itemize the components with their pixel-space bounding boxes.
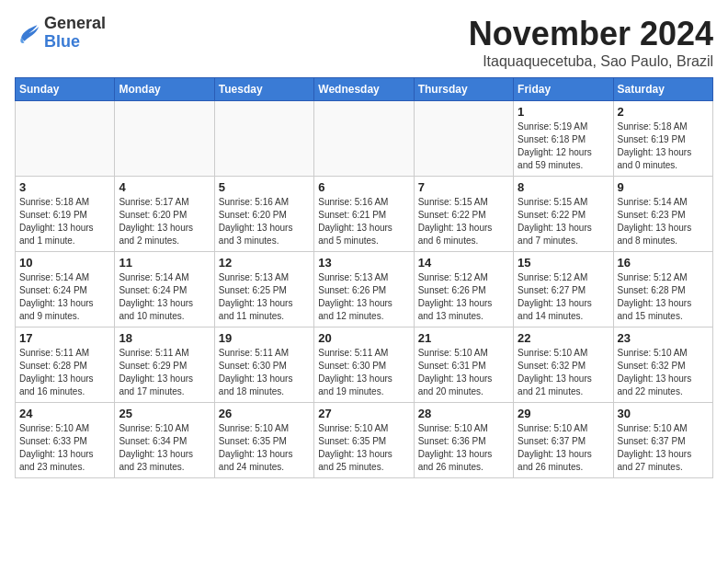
day-info: Sunrise: 5:13 AM Sunset: 6:25 PM Dayligh… (219, 271, 310, 323)
location-text: Itaquaquecetuba, Sao Paulo, Brazil (469, 53, 713, 70)
day-number: 27 (318, 407, 409, 420)
calendar-cell: 13Sunrise: 5:13 AM Sunset: 6:26 PM Dayli… (314, 252, 414, 327)
day-number: 23 (618, 331, 709, 345)
day-number: 24 (19, 407, 110, 420)
calendar-cell: 20Sunrise: 5:11 AM Sunset: 6:30 PM Dayli… (314, 327, 414, 403)
day-number: 5 (219, 180, 310, 194)
day-number: 3 (19, 180, 110, 194)
day-info: Sunrise: 5:10 AM Sunset: 6:35 PM Dayligh… (318, 422, 409, 474)
day-number: 4 (119, 180, 210, 194)
day-info: Sunrise: 5:12 AM Sunset: 6:26 PM Dayligh… (418, 271, 509, 323)
day-number: 18 (119, 331, 210, 345)
calendar-cell: 27Sunrise: 5:10 AM Sunset: 6:35 PM Dayli… (314, 403, 414, 478)
week-row-3: 10Sunrise: 5:14 AM Sunset: 6:24 PM Dayli… (16, 252, 713, 327)
calendar-table: SundayMondayTuesdayWednesdayThursdayFrid… (15, 77, 713, 478)
weekday-header-wednesday: Wednesday (314, 78, 414, 101)
day-info: Sunrise: 5:14 AM Sunset: 6:24 PM Dayligh… (19, 271, 110, 323)
calendar-cell: 5Sunrise: 5:16 AM Sunset: 6:20 PM Daylig… (214, 177, 313, 252)
calendar-cell: 21Sunrise: 5:10 AM Sunset: 6:31 PM Dayli… (414, 327, 513, 403)
day-info: Sunrise: 5:10 AM Sunset: 6:31 PM Dayligh… (418, 347, 509, 398)
calendar-cell (214, 101, 313, 177)
day-info: Sunrise: 5:15 AM Sunset: 6:22 PM Dayligh… (518, 196, 609, 247)
calendar-cell: 22Sunrise: 5:10 AM Sunset: 6:32 PM Dayli… (514, 327, 613, 403)
day-number: 20 (318, 331, 409, 345)
logo: General Blue (15, 15, 106, 52)
day-number: 10 (19, 256, 110, 270)
calendar-cell: 28Sunrise: 5:10 AM Sunset: 6:36 PM Dayli… (414, 403, 513, 478)
day-number: 25 (119, 407, 210, 420)
month-title: November 2024 (469, 15, 713, 53)
day-number: 8 (518, 180, 609, 194)
calendar-cell: 3Sunrise: 5:18 AM Sunset: 6:19 PM Daylig… (16, 177, 115, 252)
calendar-cell: 2Sunrise: 5:18 AM Sunset: 6:19 PM Daylig… (613, 101, 712, 177)
calendar-cell (16, 101, 115, 177)
day-number: 13 (318, 256, 409, 270)
day-number: 6 (318, 180, 409, 194)
day-number: 30 (618, 407, 709, 420)
weekday-header-row: SundayMondayTuesdayWednesdayThursdayFrid… (16, 78, 713, 101)
weekday-header-friday: Friday (514, 78, 613, 101)
day-info: Sunrise: 5:14 AM Sunset: 6:24 PM Dayligh… (119, 271, 210, 323)
day-number: 2 (618, 105, 709, 119)
calendar-cell: 11Sunrise: 5:14 AM Sunset: 6:24 PM Dayli… (115, 252, 214, 327)
day-number: 29 (518, 407, 609, 420)
day-info: Sunrise: 5:10 AM Sunset: 6:32 PM Dayligh… (618, 347, 709, 398)
day-info: Sunrise: 5:18 AM Sunset: 6:19 PM Dayligh… (618, 121, 709, 172)
day-info: Sunrise: 5:10 AM Sunset: 6:36 PM Dayligh… (418, 422, 509, 474)
calendar-cell: 24Sunrise: 5:10 AM Sunset: 6:33 PM Dayli… (16, 403, 115, 478)
calendar-cell: 9Sunrise: 5:14 AM Sunset: 6:23 PM Daylig… (613, 177, 712, 252)
day-number: 9 (618, 180, 709, 194)
day-info: Sunrise: 5:12 AM Sunset: 6:28 PM Dayligh… (618, 271, 709, 323)
calendar-cell: 23Sunrise: 5:10 AM Sunset: 6:32 PM Dayli… (613, 327, 712, 403)
day-info: Sunrise: 5:11 AM Sunset: 6:28 PM Dayligh… (19, 347, 110, 398)
day-number: 7 (418, 180, 509, 194)
calendar-cell: 19Sunrise: 5:11 AM Sunset: 6:30 PM Dayli… (214, 327, 313, 403)
day-info: Sunrise: 5:12 AM Sunset: 6:27 PM Dayligh… (518, 271, 609, 323)
day-number: 28 (418, 407, 509, 420)
day-info: Sunrise: 5:11 AM Sunset: 6:29 PM Dayligh… (119, 347, 210, 398)
day-info: Sunrise: 5:15 AM Sunset: 6:22 PM Dayligh… (418, 196, 509, 247)
logo-general-text: General (44, 14, 106, 32)
calendar-cell: 15Sunrise: 5:12 AM Sunset: 6:27 PM Dayli… (514, 252, 613, 327)
calendar-cell: 12Sunrise: 5:13 AM Sunset: 6:25 PM Dayli… (214, 252, 313, 327)
day-number: 26 (219, 407, 310, 420)
day-info: Sunrise: 5:17 AM Sunset: 6:20 PM Dayligh… (119, 196, 210, 247)
calendar-cell: 16Sunrise: 5:12 AM Sunset: 6:28 PM Dayli… (613, 252, 712, 327)
calendar-cell: 26Sunrise: 5:10 AM Sunset: 6:35 PM Dayli… (214, 403, 313, 478)
week-row-5: 24Sunrise: 5:10 AM Sunset: 6:33 PM Dayli… (16, 403, 713, 478)
day-info: Sunrise: 5:19 AM Sunset: 6:18 PM Dayligh… (518, 121, 609, 172)
calendar-cell: 10Sunrise: 5:14 AM Sunset: 6:24 PM Dayli… (16, 252, 115, 327)
calendar-cell: 25Sunrise: 5:10 AM Sunset: 6:34 PM Dayli… (115, 403, 214, 478)
calendar-cell: 7Sunrise: 5:15 AM Sunset: 6:22 PM Daylig… (414, 177, 513, 252)
day-info: Sunrise: 5:11 AM Sunset: 6:30 PM Dayligh… (219, 347, 310, 398)
day-number: 21 (418, 331, 509, 345)
calendar-cell: 18Sunrise: 5:11 AM Sunset: 6:29 PM Dayli… (115, 327, 214, 403)
day-number: 12 (219, 256, 310, 270)
day-number: 15 (518, 256, 609, 270)
day-number: 22 (518, 331, 609, 345)
week-row-2: 3Sunrise: 5:18 AM Sunset: 6:19 PM Daylig… (16, 177, 713, 252)
day-number: 11 (119, 256, 210, 270)
day-number: 14 (418, 256, 509, 270)
calendar-cell: 8Sunrise: 5:15 AM Sunset: 6:22 PM Daylig… (514, 177, 613, 252)
logo-blue-text: Blue (44, 32, 80, 51)
weekday-header-sunday: Sunday (16, 78, 115, 101)
week-row-1: 1Sunrise: 5:19 AM Sunset: 6:18 PM Daylig… (16, 101, 713, 177)
day-number: 17 (19, 331, 110, 345)
calendar-cell: 14Sunrise: 5:12 AM Sunset: 6:26 PM Dayli… (414, 252, 513, 327)
day-info: Sunrise: 5:10 AM Sunset: 6:37 PM Dayligh… (618, 422, 709, 474)
day-info: Sunrise: 5:18 AM Sunset: 6:19 PM Dayligh… (19, 196, 110, 247)
day-number: 1 (518, 105, 609, 119)
weekday-header-tuesday: Tuesday (214, 78, 313, 101)
calendar-cell: 4Sunrise: 5:17 AM Sunset: 6:20 PM Daylig… (115, 177, 214, 252)
day-info: Sunrise: 5:10 AM Sunset: 6:37 PM Dayligh… (518, 422, 609, 474)
weekday-header-monday: Monday (115, 78, 214, 101)
day-info: Sunrise: 5:16 AM Sunset: 6:20 PM Dayligh… (219, 196, 310, 247)
day-number: 19 (219, 331, 310, 345)
logo-bird-icon (15, 20, 40, 46)
day-info: Sunrise: 5:10 AM Sunset: 6:33 PM Dayligh… (19, 422, 110, 474)
day-info: Sunrise: 5:14 AM Sunset: 6:23 PM Dayligh… (618, 196, 709, 247)
day-info: Sunrise: 5:11 AM Sunset: 6:30 PM Dayligh… (318, 347, 409, 398)
title-block: November 2024 Itaquaquecetuba, Sao Paulo… (469, 15, 713, 70)
weekday-header-thursday: Thursday (414, 78, 513, 101)
